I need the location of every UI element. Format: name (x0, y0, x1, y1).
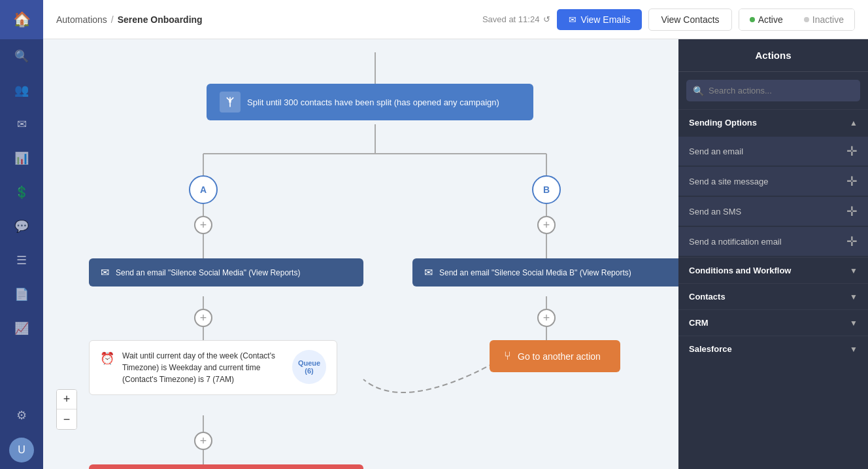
add-action-a[interactable]: + (194, 216, 212, 234)
action-send-email[interactable]: Send an email ✛ (678, 137, 868, 165)
add-after-wait[interactable]: + (194, 432, 212, 450)
branch-a-circle[interactable]: A (189, 175, 218, 204)
header: Automations / Serene Onboarding Saved at… (43, 0, 868, 39)
search-icon[interactable]: 🔍 (0, 39, 43, 73)
send-site-message-label: Send a site message (689, 177, 768, 186)
section-salesforce-header[interactable]: Salesforce ▼ (678, 336, 868, 362)
breadcrumb-root[interactable]: Automations (56, 14, 107, 25)
contacts-icon[interactable]: 👥 (0, 73, 43, 107)
add-after-email-a[interactable]: + (194, 309, 212, 327)
section-sending-options-label: Sending Options (689, 118, 757, 128)
goto-label: Go to another action (518, 351, 601, 362)
queue-badge: Queue (6) (292, 350, 326, 384)
branch-b-circle[interactable]: B (532, 175, 561, 204)
search-input[interactable] (686, 80, 860, 101)
status-active-button[interactable]: Active (739, 9, 793, 30)
workflow-canvas[interactable]: Split until 300 contacts have been split… (43, 39, 678, 469)
breadcrumb-current[interactable]: Serene Onboarding (118, 14, 203, 25)
add-after-email-b[interactable]: + (537, 309, 556, 327)
view-emails-button[interactable]: ✉ View Emails (557, 9, 642, 30)
action-send-notification-email[interactable]: Send a notification email ✛ (678, 227, 868, 256)
wait-node-text: Wait until current day of the week (Cont… (122, 350, 284, 385)
inactive-dot (804, 17, 809, 22)
add-send-email-icon: ✛ (846, 143, 858, 159)
section-contacts-header[interactable]: Contacts ▼ (678, 284, 868, 309)
email-b-label: Send an email "Silence Social Media B" (… (439, 268, 631, 277)
right-panel: Actions 🔍 Sending Options ▲ Send an emai… (678, 39, 868, 469)
add-action-b[interactable]: + (537, 216, 556, 234)
section-conditions-label: Conditions and Workflow (689, 266, 791, 275)
list-icon[interactable]: ☰ (0, 243, 43, 277)
section-salesforce-label: Salesforce (689, 344, 732, 354)
email-node-b[interactable]: ✉ Send an email "Silence Social Media B"… (412, 258, 678, 287)
settings-icon[interactable]: ⚙ (0, 398, 43, 432)
search-box: 🔍 (686, 80, 860, 101)
section-conditions-header[interactable]: Conditions and Workflow ▼ (678, 258, 868, 283)
goto-icon: ⑂ (504, 349, 511, 363)
add-sms-icon: ✛ (846, 203, 858, 219)
wait-node[interactable]: ⏰ Wait until current day of the week (Co… (89, 340, 337, 395)
canvas-area: Split until 300 contacts have been split… (43, 39, 868, 469)
split-icon (220, 92, 241, 113)
envelope-icon: ✉ (569, 14, 576, 25)
zoom-out-button[interactable]: − (57, 409, 76, 429)
status-toggle: Active Inactive (739, 9, 855, 31)
section-sending-options: Sending Options ▲ Send an email ✛ Send a… (678, 109, 868, 257)
clock-icon: ⏰ (100, 351, 114, 366)
home-icon[interactable]: 🏠 (0, 0, 43, 39)
add-site-message-icon: ✛ (846, 173, 858, 189)
header-right: Saved at 11:24 ↺ ✉ View Emails View Cont… (482, 9, 855, 31)
section-contacts-label: Contacts (689, 292, 726, 302)
saved-text-label: Saved at 11:24 (482, 14, 539, 24)
add-notification-icon: ✛ (846, 234, 858, 249)
send-sms-label: Send an SMS (689, 207, 741, 217)
search-icon: 🔍 (693, 86, 704, 96)
section-contacts: Contacts ▼ (678, 283, 868, 309)
email-a-label: Send an email "Silence Social Media" (Vi… (116, 268, 300, 277)
panel-title: Actions (678, 39, 868, 72)
chevron-down-salesforce-icon: ▼ (850, 345, 858, 354)
report-icon[interactable]: 📈 (0, 311, 43, 345)
breadcrumb: Automations / Serene Onboarding (56, 14, 482, 25)
chevron-down-contacts-icon: ▼ (850, 292, 858, 302)
section-crm-header[interactable]: CRM ▼ (678, 310, 868, 336)
main-area: Automations / Serene Onboarding Saved at… (43, 0, 868, 469)
history-icon[interactable]: ↺ (543, 14, 550, 24)
send-notification-label: Send a notification email (689, 237, 782, 247)
chevron-up-icon: ▲ (850, 118, 858, 128)
status-inactive-button[interactable]: Inactive (793, 9, 854, 30)
email-node-a[interactable]: ✉ Send an email "Silence Social Media" (… (89, 258, 363, 287)
split-node[interactable]: Split until 300 contacts have been split… (207, 84, 533, 120)
breadcrumb-separator: / (111, 14, 114, 25)
goto-node[interactable]: ⑂ Go to another action (490, 340, 620, 372)
analytics-icon[interactable]: 📊 (0, 141, 43, 175)
section-salesforce: Salesforce ▼ (678, 336, 868, 362)
section-crm-label: CRM (689, 318, 709, 328)
active-dot (750, 17, 755, 22)
email-a-icon: ✉ (101, 266, 109, 279)
page-icon[interactable]: 📄 (0, 277, 43, 311)
zoom-in-button[interactable]: + (57, 390, 76, 409)
avatar[interactable]: U (9, 438, 34, 462)
chevron-down-conditions-icon: ▼ (850, 266, 858, 275)
dollar-icon[interactable]: 💲 (0, 175, 43, 209)
sidebar: 🏠 🔍 👥 ✉ 📊 💲 💬 ☰ 📄 📈 ⚙ U (0, 0, 43, 469)
send-email-label: Send an email (689, 147, 743, 156)
view-contacts-button[interactable]: View Contacts (648, 9, 731, 31)
action-send-sms[interactable]: Send an SMS ✛ (678, 197, 868, 226)
section-conditions: Conditions and Workflow ▼ (678, 257, 868, 283)
trigger-node[interactable]: 🔄 Enter the automation: Serene Weekly Re… (89, 464, 363, 469)
zoom-controls: + − (56, 389, 77, 430)
saved-status: Saved at 11:24 ↺ (482, 14, 550, 24)
email-b-icon: ✉ (424, 266, 433, 279)
split-node-label: Split until 300 contacts have been split… (247, 97, 499, 107)
chat-icon[interactable]: 💬 (0, 209, 43, 243)
chevron-down-crm-icon: ▼ (850, 319, 858, 328)
action-send-site-message[interactable]: Send a site message ✛ (678, 167, 868, 196)
section-sending-options-header[interactable]: Sending Options ▲ (678, 110, 868, 135)
section-crm: CRM ▼ (678, 309, 868, 336)
email-icon[interactable]: ✉ (0, 107, 43, 141)
